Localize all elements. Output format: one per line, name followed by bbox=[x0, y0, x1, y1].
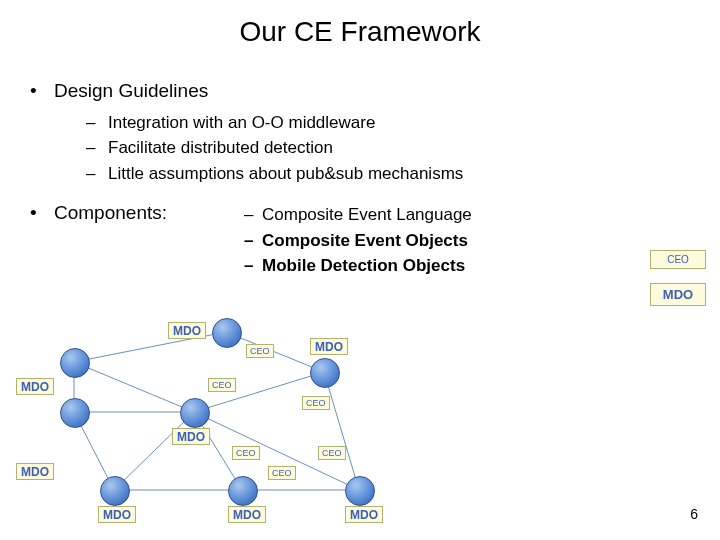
bullet-components-heading: Components: bbox=[54, 200, 244, 279]
bullet-design: • Design Guidelines bbox=[30, 78, 590, 104]
dash-icon: – bbox=[86, 161, 108, 187]
diagram: MDOMDOMDOMDOMDOMDOMDOMDOCEOCEOCEOCEOCEOC… bbox=[50, 318, 490, 518]
list-item: –Mobile Detection Objects bbox=[244, 253, 472, 279]
mdo-label: MDO bbox=[16, 378, 54, 395]
list-item: –Little assumptions about pub&sub mechan… bbox=[86, 161, 590, 187]
mdo-label: MDO bbox=[168, 322, 206, 339]
dash-icon: – bbox=[86, 110, 108, 136]
title-underline bbox=[220, 53, 460, 62]
design-sublist: –Integration with an O-O middleware –Fac… bbox=[86, 110, 590, 187]
dash-icon: – bbox=[244, 253, 262, 279]
mdo-label: MDO bbox=[310, 338, 348, 355]
diagram-node bbox=[60, 348, 90, 378]
list-item-label: Integration with an O-O middleware bbox=[108, 110, 375, 136]
dash-icon: – bbox=[86, 135, 108, 161]
diagram-node bbox=[228, 476, 258, 506]
list-item: –Composite Event Language bbox=[244, 202, 472, 228]
svg-line-10 bbox=[324, 372, 359, 490]
mdo-label: MDO bbox=[16, 463, 54, 480]
ceo-label: CEO bbox=[246, 344, 274, 358]
ceo-label: CEO bbox=[318, 446, 346, 460]
list-item-label: Composite Event Objects bbox=[262, 228, 468, 254]
legend-ceo: CEO bbox=[650, 250, 706, 269]
bullet-components: • Components: –Composite Event Language … bbox=[30, 200, 590, 279]
list-item-label: Facilitate distributed detection bbox=[108, 135, 333, 161]
list-item-label: Composite Event Language bbox=[262, 202, 472, 228]
ceo-label: CEO bbox=[208, 378, 236, 392]
list-item: –Composite Event Objects bbox=[244, 228, 472, 254]
diagram-node bbox=[345, 476, 375, 506]
ceo-label: CEO bbox=[232, 446, 260, 460]
page-number: 6 bbox=[690, 506, 698, 522]
legend: CEO MDO bbox=[650, 250, 706, 320]
bullet-dot-icon: • bbox=[30, 200, 54, 279]
list-item: –Facilitate distributed detection bbox=[86, 135, 590, 161]
diagram-node bbox=[100, 476, 130, 506]
diagram-node bbox=[310, 358, 340, 388]
list-item-label: Mobile Detection Objects bbox=[262, 253, 465, 279]
svg-line-3 bbox=[74, 362, 194, 412]
ceo-label: CEO bbox=[268, 466, 296, 480]
mdo-label: MDO bbox=[98, 506, 136, 523]
diagram-node bbox=[180, 398, 210, 428]
list-item-label: Little assumptions about pub&sub mechani… bbox=[108, 161, 463, 187]
mdo-label: MDO bbox=[228, 506, 266, 523]
dash-icon: – bbox=[244, 228, 262, 254]
bullet-dot-icon: • bbox=[30, 78, 54, 104]
legend-mdo: MDO bbox=[650, 283, 706, 306]
mdo-label: MDO bbox=[345, 506, 383, 523]
list-item: –Integration with an O-O middleware bbox=[86, 110, 590, 136]
bullet-design-heading: Design Guidelines bbox=[54, 78, 208, 104]
mdo-label: MDO bbox=[172, 428, 210, 445]
diagram-node bbox=[212, 318, 242, 348]
slide-body: • Design Guidelines –Integration with an… bbox=[30, 78, 590, 285]
svg-line-7 bbox=[114, 412, 194, 490]
ceo-label: CEO bbox=[302, 396, 330, 410]
slide-title: Our CE Framework bbox=[0, 16, 720, 48]
dash-icon: – bbox=[244, 202, 262, 228]
diagram-node bbox=[60, 398, 90, 428]
components-sublist: –Composite Event Language –Composite Eve… bbox=[244, 202, 472, 279]
